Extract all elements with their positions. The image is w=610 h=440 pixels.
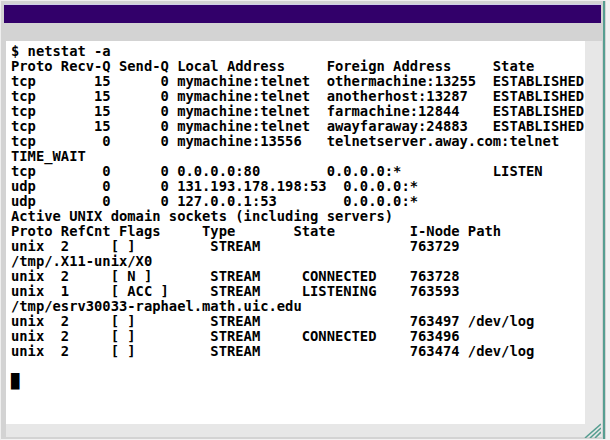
terminal-lines: $ netstat -aProto Recv-Q Send-Q Local Ad… (11, 44, 585, 374)
terminal-line: $ netstat -a (11, 44, 585, 59)
terminal-line: unix 2 [ ] STREAM 763474 /dev/log (11, 344, 585, 359)
terminal-output: $ netstat -aProto Recv-Q Send-Q Local Ad… (6, 41, 585, 389)
terminal-line: /tmp/esrv30033-raphael.math.uic.edu (11, 299, 585, 314)
terminal-line: udp 0 0 131.193.178.198:53 0.0.0.0:* (11, 179, 585, 194)
terminal-line: unix 2 [ N ] STREAM CONNECTED 763728 (11, 269, 585, 284)
resize-grip[interactable] (581, 422, 601, 438)
terminal-line: Active UNIX domain sockets (including se… (11, 209, 585, 224)
terminal-line: Proto Recv-Q Send-Q Local Address Foreig… (11, 59, 585, 74)
bottom-margin-strip (6, 424, 585, 437)
terminal-line: tcp 0 0 0.0.0.0:80 0.0.0.0:* LISTEN (11, 164, 585, 179)
terminal-line: unix 1 [ ACC ] STREAM LISTENING 763593 (11, 284, 585, 299)
terminal-line: unix 2 [ ] STREAM CONNECTED 763496 (11, 329, 585, 344)
scrollbar-track[interactable] (585, 41, 602, 437)
terminal-line: TIME_WAIT (11, 149, 585, 164)
window-right-outer-edge (606, 1, 610, 440)
title-bar[interactable] (4, 4, 601, 23)
terminal-line: unix 2 [ ] STREAM 763729 (11, 239, 585, 254)
cursor: █ (11, 373, 19, 389)
terminal-line: tcp 15 0 mymachine:telnet farmachine:128… (11, 104, 585, 119)
terminal-line: tcp 15 0 mymachine:telnet awayfaraway:24… (11, 119, 585, 134)
terminal-line: tcp 15 0 mymachine:telnet othermachine:1… (11, 74, 585, 89)
terminal-line: /tmp/.X11-unix/X0 (11, 254, 585, 269)
window-frame: $ netstat -aProto Recv-Q Send-Q Local Ad… (0, 0, 610, 440)
cursor-line: █ (11, 374, 585, 389)
terminal-line: unix 2 [ ] STREAM 763497 /dev/log (11, 314, 585, 329)
terminal-line: tcp 0 0 mymachine:13556 telnetserver.awa… (11, 134, 585, 149)
window-right-border (603, 1, 605, 440)
terminal-line (11, 359, 585, 374)
terminal-line: udp 0 0 127.0.0.1:53 0.0.0.0:* (11, 194, 585, 209)
terminal-line: Proto RefCnt Flags Type State I-Node Pat… (11, 224, 585, 239)
terminal-line: tcp 15 0 mymachine:telnet anotherhost:13… (11, 89, 585, 104)
terminal-viewport[interactable]: $ netstat -aProto Recv-Q Send-Q Local Ad… (6, 41, 585, 424)
resize-grip-icon (581, 422, 601, 438)
